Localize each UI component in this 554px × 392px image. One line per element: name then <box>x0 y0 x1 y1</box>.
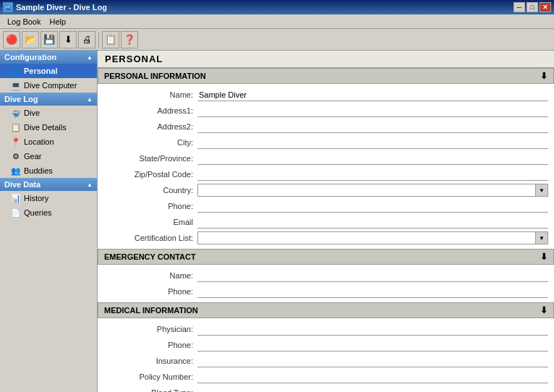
input-physician[interactable] <box>197 323 548 336</box>
input-zip[interactable] <box>197 168 548 181</box>
menu-logbook[interactable]: Log Book <box>3 16 45 27</box>
configuration-items: 👤 Personal 💻 Dive Computer <box>0 64 97 93</box>
dive-details-icon: 📋 <box>10 122 22 133</box>
form-row-blood-type: Blood Type: <box>98 385 554 392</box>
sidebar-item-queries[interactable]: 📄 Queries <box>0 205 97 220</box>
close-button[interactable]: ✕ <box>540 2 551 12</box>
medical-header-label: MEDICAL INFORMATION <box>104 306 198 315</box>
section-header-configuration[interactable]: Configuration ▲ <box>0 51 97 64</box>
input-name[interactable] <box>197 88 548 101</box>
section-personal-info: PERSONAL INFORMATION ⬇ Name: Address1: A… <box>98 68 554 249</box>
toolbar-print[interactable]: 🖨 <box>78 31 95 48</box>
personal-icon: 👤 <box>10 65 22 77</box>
personal-info-collapse-icon: ⬇ <box>540 71 547 81</box>
input-email[interactable] <box>197 216 548 229</box>
input-address2[interactable] <box>197 120 548 133</box>
history-icon: 📊 <box>10 192 22 204</box>
dive-details-label: Dive Details <box>24 123 67 132</box>
sidebar-item-gear[interactable]: ⚙ Gear <box>0 149 97 163</box>
form-row-address2: Address2: <box>98 119 554 135</box>
dive-data-items: 📊 History 📄 Queries <box>0 191 97 220</box>
toolbar-copy[interactable]: 📋 <box>102 31 119 48</box>
form-row-city: City: <box>98 135 554 150</box>
toolbar-open[interactable]: 📂 <box>22 31 39 48</box>
form-row-insurance: Insurance: <box>98 353 554 369</box>
label-phone: Phone: <box>103 202 197 210</box>
history-label: History <box>24 194 48 203</box>
form-row-emergency-phone: Phone: <box>98 284 554 299</box>
toolbar-new[interactable]: 🔴 <box>3 31 20 48</box>
label-city: City: <box>103 138 197 147</box>
dive-log-arrow: ▲ <box>87 96 93 103</box>
buddies-label: Buddies <box>24 166 53 175</box>
dive-label: Dive <box>24 108 40 117</box>
maximize-button[interactable]: □ <box>527 2 538 12</box>
sidebar-item-location[interactable]: 📍 Location <box>0 135 97 149</box>
input-phone[interactable] <box>197 200 548 213</box>
input-policy-number[interactable] <box>197 370 548 383</box>
select-country[interactable] <box>197 184 548 197</box>
label-country: Country: <box>103 186 197 195</box>
input-state[interactable] <box>197 152 548 165</box>
select-wrapper-certification: ▼ <box>197 231 548 244</box>
medical-collapse-icon: ⬇ <box>540 305 547 315</box>
personal-info-header-label: PERSONAL INFORMATION <box>104 72 206 80</box>
gear-label: Gear <box>24 152 41 161</box>
section-emergency-contact: EMERGENCY CONTACT ⬇ Name: Phone: <box>98 249 554 302</box>
page-title: PERSONAL <box>98 51 554 68</box>
label-name: Name: <box>103 90 197 99</box>
accordion-header-personal-info[interactable]: PERSONAL INFORMATION ⬇ <box>98 68 554 84</box>
menu-bar: Log Book Help <box>0 14 554 29</box>
input-address1[interactable] <box>197 104 548 117</box>
dive-log-label: Dive Log <box>4 95 38 103</box>
input-medical-phone[interactable] <box>197 338 548 351</box>
input-blood-type[interactable] <box>197 386 548 392</box>
input-insurance[interactable] <box>197 354 548 367</box>
configuration-arrow: ▲ <box>87 54 93 61</box>
label-zip: Zip/Postal Code: <box>103 170 197 179</box>
sidebar-item-buddies[interactable]: 👥 Buddies <box>0 163 97 178</box>
form-row-phone: Phone: <box>98 198 554 214</box>
form-row-name: Name: <box>98 87 554 103</box>
form-row-zip: Zip/Postal Code: <box>98 166 554 182</box>
input-city[interactable] <box>197 136 548 149</box>
minimize-button[interactable]: ─ <box>513 2 525 12</box>
buddies-icon: 👥 <box>10 165 22 176</box>
input-emergency-phone[interactable] <box>197 285 548 298</box>
accordion-header-emergency[interactable]: EMERGENCY CONTACT ⬇ <box>98 249 554 265</box>
sidebar-item-history[interactable]: 📊 History <box>0 191 97 205</box>
toolbar-download[interactable]: ⬇ <box>59 31 77 48</box>
location-label: Location <box>24 137 54 146</box>
label-emergency-phone: Phone: <box>103 287 197 296</box>
form-row-emergency-name: Name: <box>98 268 554 284</box>
section-header-dive-data[interactable]: Dive Data ▲ <box>0 178 97 191</box>
dive-icon: 🤿 <box>10 107 22 119</box>
label-certification: Certification List: <box>103 234 197 242</box>
sidebar-item-dive-computer[interactable]: 💻 Dive Computer <box>0 78 97 93</box>
section-medical-info: MEDICAL INFORMATION ⬇ Physician: Phone: … <box>98 302 554 392</box>
configuration-label: Configuration <box>4 53 56 61</box>
dive-computer-label: Dive Computer <box>24 81 77 90</box>
sidebar-item-dive[interactable]: 🤿 Dive <box>0 106 97 120</box>
input-emergency-name[interactable] <box>197 269 548 282</box>
select-wrapper-country: ▼ <box>197 184 548 197</box>
menu-help[interactable]: Help <box>45 16 70 27</box>
section-header-dive-log[interactable]: Dive Log ▲ <box>0 93 97 106</box>
emergency-header-label: EMERGENCY CONTACT <box>104 252 196 261</box>
toolbar-save[interactable]: 💾 <box>41 31 58 48</box>
sidebar-item-personal[interactable]: 👤 Personal <box>0 64 97 78</box>
sidebar-item-dive-details[interactable]: 📋 Dive Details <box>0 120 97 135</box>
label-insurance: Insurance: <box>103 357 197 365</box>
label-medical-phone: Phone: <box>103 341 197 349</box>
dive-data-label: Dive Data <box>4 180 41 189</box>
toolbar-help[interactable]: ❓ <box>121 31 138 48</box>
form-row-medical-phone: Phone: <box>98 337 554 353</box>
queries-label: Queries <box>24 208 52 217</box>
dive-computer-icon: 💻 <box>10 80 22 91</box>
main-container: Configuration ▲ 👤 Personal 💻 Dive Comput… <box>0 51 554 392</box>
dive-log-items: 🤿 Dive 📋 Dive Details 📍 Location ⚙ Gear … <box>0 106 97 178</box>
window-title: Sample Diver - Dive Log <box>16 3 107 12</box>
select-certification[interactable] <box>197 231 548 244</box>
accordion-header-medical[interactable]: MEDICAL INFORMATION ⬇ <box>98 302 554 318</box>
label-physician: Physician: <box>103 325 197 333</box>
